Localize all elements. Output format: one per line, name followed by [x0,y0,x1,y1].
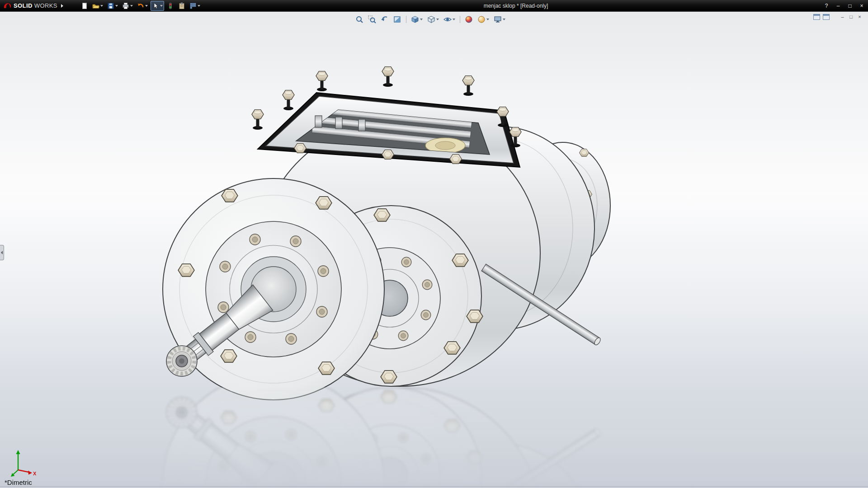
stoplight-icon[interactable] [165,1,175,11]
window-bottom-border [0,486,868,487]
chevron-right-icon[interactable] [61,4,63,8]
3d-viewport[interactable]: X [0,0,868,488]
document-window-controls: – □ × [813,14,863,20]
grid-options-icon[interactable] [188,1,202,11]
minimize-button[interactable]: – [835,3,842,9]
doc-restore-button[interactable]: □ [848,14,854,20]
solidworks-window: X [0,0,868,488]
open-icon[interactable] [91,1,104,11]
title-bar: SOLIDWORKS [0,0,868,12]
print-icon[interactable] [121,1,134,11]
triad-x-label: X [33,471,37,476]
standard-toolbar [80,1,202,11]
maximize-button[interactable]: □ [846,3,854,9]
select-cursor-icon[interactable] [151,1,164,11]
edit-appearance-icon[interactable] [463,14,474,25]
new-document-icon[interactable] [80,1,90,11]
view-orientation-label: *Dimetric [5,479,32,486]
section-view-icon[interactable] [392,14,403,25]
close-button[interactable]: × [858,3,865,9]
zoom-to-area-icon[interactable] [367,14,377,25]
view-orientation-icon[interactable] [410,14,424,25]
heads-up-view-toolbar [354,14,507,25]
zoom-to-fit-icon[interactable] [354,14,365,25]
document-title: menjac sklop * [Read-only] [484,0,548,12]
doc-close-button[interactable]: × [857,14,863,20]
hide-show-items-icon[interactable] [442,14,457,25]
save-icon[interactable] [106,1,119,11]
restore-layout-icon[interactable] [813,14,820,20]
gearbox-3d-model[interactable] [163,67,610,400]
chevron-left-icon [1,251,3,254]
apply-scene-icon[interactable] [476,14,491,25]
undo-icon[interactable] [136,1,149,11]
view-settings-icon[interactable] [492,14,507,25]
model-reflection [0,374,868,488]
clipboard-icon[interactable] [177,1,187,11]
brand-works: WORKS [34,2,57,9]
brand-solid: SOLID [14,2,33,9]
new-window-icon[interactable] [823,14,830,20]
toolbar-separator [406,16,406,23]
display-style-icon[interactable] [426,14,440,25]
window-controls: ? – □ × [823,0,865,12]
help-button[interactable]: ? [823,3,830,9]
featuremanager-collapsed-tab[interactable] [0,245,4,260]
doc-minimize-button[interactable]: – [840,14,845,20]
toolbar-separator [460,16,460,23]
dassault-logo-icon [3,2,12,9]
previous-view-icon[interactable] [379,14,390,25]
gearbox-model-canvas[interactable]: X [0,0,868,488]
solidworks-logo: SOLIDWORKS [0,0,67,11]
